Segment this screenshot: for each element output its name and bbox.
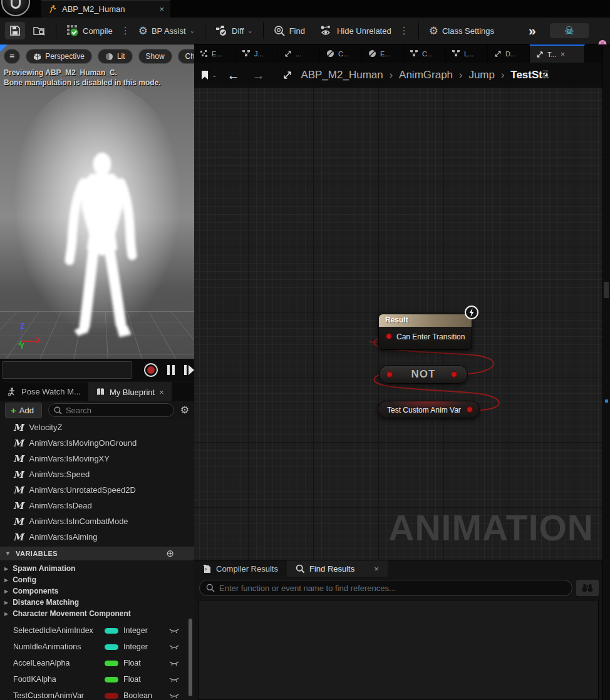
test-custom-anim-var-node[interactable]: Test Custom Anim Var bbox=[378, 401, 480, 418]
test-custom-anim-var-output-pin[interactable] bbox=[467, 406, 473, 413]
macro-item[interactable]: MAnimVars:IsAiming bbox=[0, 529, 194, 545]
macro-item[interactable]: MAnimVars:IsInCombatMode bbox=[0, 513, 194, 529]
character-button[interactable]: Charac bbox=[178, 49, 194, 64]
type-pill bbox=[105, 628, 118, 634]
variable-row[interactable]: SelectedIdleAnimIndex Integer bbox=[0, 622, 194, 639]
variable-row[interactable]: AccelLeanAlpha Float bbox=[0, 655, 194, 671]
unreal-logo-icon[interactable] bbox=[1, 0, 30, 16]
not-input-pin[interactable] bbox=[386, 371, 393, 378]
right-panel-indicator bbox=[605, 399, 608, 403]
skeleton-button[interactable]: ☠ bbox=[550, 23, 589, 38]
graph-tab-transition[interactable]: ... bbox=[278, 44, 320, 63]
find-search-pill[interactable] bbox=[199, 580, 572, 596]
macro-item[interactable]: MAnimVars:Speed bbox=[0, 466, 194, 482]
add-variable-icon[interactable]: ⊕ bbox=[166, 548, 174, 559]
hide-unrelated-options-icon[interactable]: ⋮ bbox=[396, 25, 413, 36]
bp-assist-button[interactable]: ⚙ BP Assist ⌄ bbox=[134, 23, 199, 39]
graph-tab-transition[interactable]: D... bbox=[488, 44, 530, 63]
my-blueprint-icon bbox=[96, 388, 105, 396]
list-scrollbar[interactable] bbox=[189, 619, 192, 696]
preview-viewport[interactable]: ≡ Perspective Lit Show Charac bbox=[0, 44, 194, 359]
add-button[interactable]: + Add bbox=[5, 403, 42, 418]
macro-icon: M bbox=[13, 532, 24, 543]
lit-label: Lit bbox=[117, 52, 125, 61]
variable-category[interactable]: ▶Character Movement Component bbox=[0, 608, 194, 619]
variable-row[interactable]: FootIKAlpha Float bbox=[0, 671, 194, 687]
search-input[interactable] bbox=[66, 406, 147, 415]
compile-button[interactable]: Compile bbox=[62, 21, 117, 40]
lit-button[interactable]: Lit bbox=[98, 49, 133, 64]
left-panel-tabs: Pose Watch M... My Blueprint × bbox=[0, 383, 194, 401]
macro-item[interactable]: MAnimVars:IsMovingOnGround bbox=[0, 435, 194, 451]
expand-triangle-icon: ▶ bbox=[4, 600, 8, 605]
graph-tab-conduit[interactable]: E... bbox=[362, 44, 404, 63]
not-node[interactable]: NOT bbox=[379, 365, 468, 384]
my-blueprint-label: My Blueprint bbox=[110, 388, 155, 397]
graph-tab-state-machine[interactable]: J... bbox=[236, 44, 278, 63]
show-button[interactable]: Show bbox=[138, 49, 172, 64]
visibility-eye-icon[interactable] bbox=[168, 643, 180, 651]
find-results-list[interactable] bbox=[198, 600, 599, 700]
debug-object-input[interactable] bbox=[3, 361, 132, 379]
graph-tab-close-icon[interactable]: × bbox=[561, 49, 566, 59]
visibility-eye-icon[interactable] bbox=[168, 659, 180, 667]
macro-item[interactable]: MVelocityZ bbox=[0, 419, 194, 435]
document-tab[interactable]: ABP_M2_Human × bbox=[41, 0, 170, 18]
viewport-menu-button[interactable]: ≡ bbox=[4, 49, 20, 64]
find-results-close-icon[interactable]: × bbox=[374, 564, 379, 574]
right-panel-edge[interactable] bbox=[602, 44, 610, 700]
graph-tab-state-machine[interactable]: L... bbox=[446, 44, 488, 63]
tab-compiler-results[interactable]: Compiler Results bbox=[194, 560, 287, 577]
variables-section-header[interactable]: ▼ VARIABLES ⊕ bbox=[0, 547, 194, 560]
graph-tab-eventgraph[interactable]: E... bbox=[194, 44, 236, 63]
perspective-button[interactable]: Perspective bbox=[26, 49, 92, 64]
right-panel-scroll-thumb[interactable] bbox=[604, 282, 609, 298]
variable-category[interactable]: ▶Spawn Animation bbox=[0, 563, 194, 574]
pause-button[interactable] bbox=[167, 365, 175, 375]
blueprint-search[interactable] bbox=[48, 403, 174, 417]
tab-my-blueprint[interactable]: My Blueprint × bbox=[88, 383, 172, 401]
variable-category[interactable]: ▶Components bbox=[0, 585, 194, 597]
variable-category[interactable]: ▶Config bbox=[0, 574, 194, 585]
macro-item[interactable]: MAnimVars:IsDead bbox=[0, 498, 194, 513]
state-machine-icon bbox=[410, 50, 418, 58]
not-output-pin[interactable] bbox=[451, 371, 457, 378]
macro-item[interactable]: MAnimVars:IsMovingXY bbox=[0, 451, 194, 466]
result-node[interactable]: Result Can Enter Transition bbox=[378, 314, 472, 350]
browse-button[interactable] bbox=[29, 22, 50, 39]
visibility-eye-icon[interactable] bbox=[168, 692, 180, 699]
variable-row[interactable]: TestCustomAnimVar Boolean bbox=[0, 687, 194, 700]
variable-row[interactable]: NumIdleAnimations Integer bbox=[0, 639, 194, 655]
can-enter-transition-pin[interactable] bbox=[386, 333, 392, 339]
document-tab-close-icon[interactable]: × bbox=[159, 4, 164, 14]
compile-options-icon[interactable]: ⋮ bbox=[117, 25, 134, 36]
graph-tab-conduit[interactable]: C... bbox=[320, 44, 362, 63]
graph-tab-test-transition[interactable]: T... × bbox=[530, 44, 585, 63]
viewport-toolbar: ≡ Perspective Lit Show Charac bbox=[4, 49, 194, 64]
visibility-eye-icon[interactable] bbox=[168, 627, 180, 634]
find-button[interactable]: Find bbox=[269, 22, 309, 40]
macro-item[interactable]: MAnimVars:UnrotatedSpeed2D bbox=[0, 482, 194, 498]
macro-icon: M bbox=[13, 500, 24, 512]
my-blueprint-close-icon[interactable]: × bbox=[159, 388, 164, 397]
hide-unrelated-button[interactable]: Hide Unrelated bbox=[316, 22, 396, 39]
transition-icon bbox=[536, 51, 544, 58]
find-references-input[interactable] bbox=[219, 584, 566, 593]
variable-category[interactable]: ▶Distance Matching bbox=[0, 597, 194, 608]
visibility-eye-icon[interactable] bbox=[168, 676, 180, 683]
diff-button[interactable]: Diff ⌄ bbox=[211, 22, 257, 39]
tab-pose-watch[interactable]: Pose Watch M... bbox=[0, 383, 88, 401]
search-icon bbox=[206, 584, 215, 592]
toolbar-overflow-icon[interactable]: » bbox=[529, 23, 536, 38]
save-button[interactable] bbox=[5, 22, 25, 39]
step-forward-button[interactable] bbox=[184, 365, 194, 375]
expand-triangle-icon: ▶ bbox=[4, 589, 8, 594]
graph-tab-state-machine[interactable]: C... bbox=[404, 44, 446, 63]
global-find-button[interactable] bbox=[576, 580, 599, 596]
panel-settings-gear-icon[interactable]: ⚙ bbox=[180, 405, 189, 415]
conduit-icon bbox=[326, 49, 334, 58]
record-button[interactable] bbox=[144, 363, 158, 377]
tab-find-results[interactable]: Find Results × bbox=[287, 560, 388, 577]
graph-canvas[interactable]: ⌄ ← → ABP_M2_Human › AnimGraph › Jump › … bbox=[194, 63, 602, 560]
class-settings-button[interactable]: ⚙ Class Settings bbox=[425, 23, 499, 39]
